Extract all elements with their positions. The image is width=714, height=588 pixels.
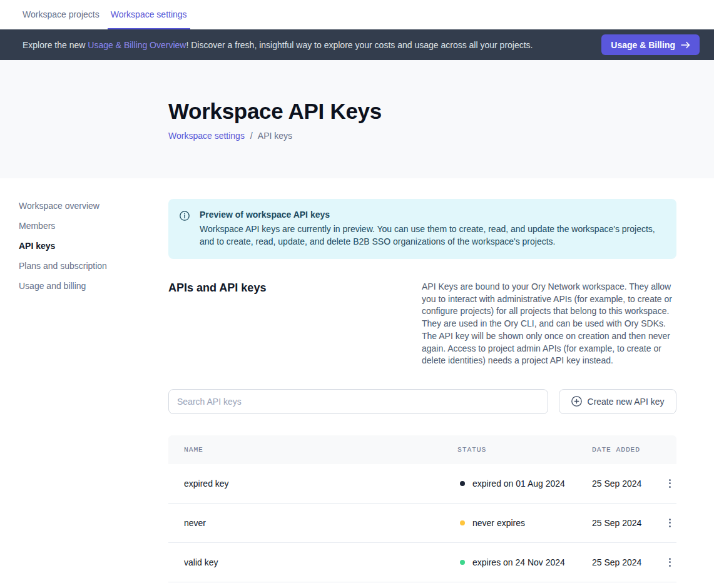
page-title: Workspace API Keys <box>168 99 714 124</box>
usage-billing-button[interactable]: Usage & Billing <box>601 34 700 55</box>
kebab-dot <box>669 486 671 488</box>
banner-text-after: ! Discover a fresh, insightful way to ex… <box>186 40 533 50</box>
api-keys-table: NAME STATUS DATE ADDED expired key expir… <box>168 435 676 582</box>
main-content: Preview of workspace API keys Workspace … <box>168 178 695 588</box>
notice-content: Preview of workspace API keys Workspace … <box>200 210 664 248</box>
status-text: expired on 01 Aug 2024 <box>472 479 565 489</box>
table-row: never never expires 25 Sep 2024 <box>168 504 676 543</box>
sidebar-item-workspace-overview[interactable]: Workspace overview <box>19 196 168 216</box>
create-api-key-button-label: Create new API key <box>588 397 665 407</box>
api-key-status: expires on 24 Nov 2024 <box>457 557 592 567</box>
api-key-name: expired key <box>168 479 457 489</box>
breadcrumb: Workspace settings / API keys <box>168 131 714 141</box>
kebab-dot <box>669 519 671 520</box>
table-body: expired key expired on 01 Aug 2024 25 Se… <box>168 464 676 582</box>
row-actions-menu-button[interactable] <box>664 475 676 492</box>
row-actions-cell <box>663 475 676 492</box>
usage-billing-button-label: Usage & Billing <box>611 40 675 50</box>
page: Workspace projects Workspace settings Ex… <box>0 0 714 588</box>
kebab-dot <box>669 565 671 567</box>
create-api-key-button[interactable]: Create new API key <box>559 389 676 414</box>
table-toolbar: Create new API key <box>168 389 676 414</box>
breadcrumb-separator: / <box>250 131 253 141</box>
kebab-dot <box>669 558 671 560</box>
breadcrumb-current: API keys <box>258 131 292 141</box>
search-input[interactable] <box>168 389 548 414</box>
row-actions-menu-button[interactable] <box>664 515 676 531</box>
notice-title: Preview of workspace API keys <box>200 210 664 220</box>
kebab-dot <box>669 525 671 527</box>
api-key-status: expired on 01 Aug 2024 <box>457 479 592 489</box>
promo-banner: Explore the new Usage & Billing Overview… <box>0 29 714 60</box>
api-key-date-added: 25 Sep 2024 <box>592 518 663 528</box>
row-actions-cell <box>663 515 676 531</box>
status-dot <box>460 560 465 565</box>
content-area: Workspace overview Members API keys Plan… <box>0 178 714 588</box>
banner-message: Explore the new Usage & Billing Overview… <box>23 40 601 50</box>
top-nav: Workspace projects Workspace settings <box>0 0 714 29</box>
info-circle-icon <box>180 211 190 248</box>
kebab-dot <box>669 522 671 524</box>
api-key-date-added: 25 Sep 2024 <box>592 557 663 567</box>
sidebar-item-members[interactable]: Members <box>19 216 168 236</box>
plus-circle-icon <box>571 396 582 407</box>
api-key-name: valid key <box>168 557 457 567</box>
banner-text-before: Explore the new <box>23 40 88 50</box>
usage-billing-overview-link[interactable]: Usage & Billing Overview <box>88 40 186 50</box>
api-key-name: never <box>168 518 457 528</box>
section-heading: APIs and API keys <box>168 281 266 295</box>
status-dot <box>460 481 465 486</box>
preview-notice: Preview of workspace API keys Workspace … <box>168 199 676 259</box>
sidebar-item-plans-and-subscription[interactable]: Plans and subscription <box>19 256 168 276</box>
kebab-dot <box>669 561 671 563</box>
column-header-date-added: DATE ADDED <box>592 445 663 454</box>
api-key-date-added: 25 Sep 2024 <box>592 479 663 489</box>
tab-workspace-projects[interactable]: Workspace projects <box>19 0 103 29</box>
kebab-dot <box>669 479 671 481</box>
status-dot <box>460 520 465 525</box>
arrow-right-icon <box>681 41 690 49</box>
row-actions-cell <box>663 554 676 570</box>
table-row: valid key expires on 24 Nov 2024 25 Sep … <box>168 543 676 582</box>
apis-section: APIs and API keys API Keys are bound to … <box>168 281 676 367</box>
settings-sidebar: Workspace overview Members API keys Plan… <box>0 178 168 588</box>
api-key-status: never expires <box>457 518 592 528</box>
sidebar-item-api-keys[interactable]: API keys <box>19 236 168 256</box>
column-header-name: NAME <box>168 445 457 454</box>
kebab-dot <box>669 482 671 484</box>
column-header-status: STATUS <box>457 445 592 454</box>
status-text: expires on 24 Nov 2024 <box>472 557 565 567</box>
section-description: API Keys are bound to your Ory Network w… <box>422 281 676 367</box>
notice-body: Workspace API keys are currently in prev… <box>200 223 664 248</box>
sidebar-item-usage-and-billing[interactable]: Usage and billing <box>19 276 168 296</box>
status-text: never expires <box>472 518 525 528</box>
page-header: Workspace API Keys Workspace settings / … <box>0 60 714 178</box>
table-row: expired key expired on 01 Aug 2024 25 Se… <box>168 464 676 504</box>
row-actions-menu-button[interactable] <box>664 554 676 570</box>
tab-workspace-settings[interactable]: Workspace settings <box>108 0 190 29</box>
table-header-row: NAME STATUS DATE ADDED <box>168 435 676 464</box>
breadcrumb-workspace-settings-link[interactable]: Workspace settings <box>168 131 245 141</box>
